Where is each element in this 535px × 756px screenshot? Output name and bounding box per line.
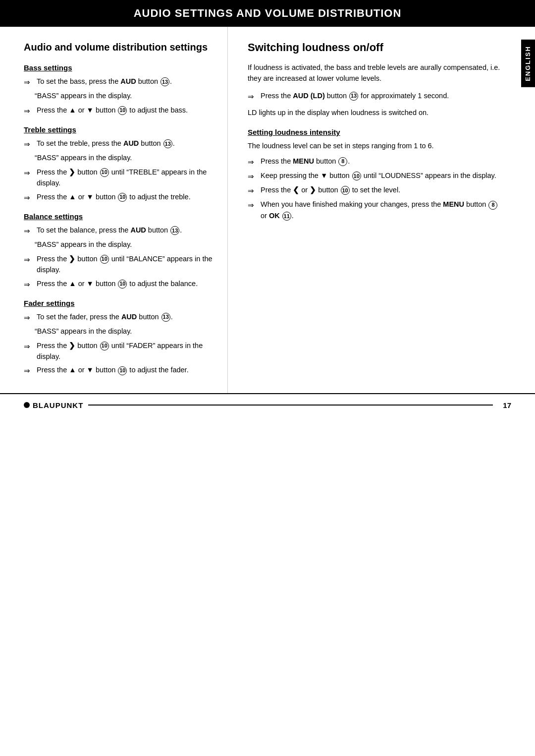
balance-bullet-1: ⇒ To set the balance, press the AUD butt… bbox=[24, 225, 213, 236]
bullet-arrow: ⇒ bbox=[248, 171, 259, 182]
treble-bullet-2: ⇒ Press the ❯ button 10 until “TREBLE” a… bbox=[24, 167, 213, 189]
bass-bullet-2-text: Press the ▲ or ▼ button 10 to adjust the… bbox=[37, 105, 213, 116]
bullet-arrow: ⇒ bbox=[248, 185, 259, 196]
bullet-arrow: ⇒ bbox=[24, 341, 35, 352]
brand-name: BLAUPUNKT bbox=[33, 401, 83, 409]
logo-dot bbox=[24, 402, 30, 408]
balance-settings-title: Balance settings bbox=[24, 212, 213, 221]
page-number: 17 bbox=[503, 401, 511, 409]
treble-bullet-2-text: Press the ❯ button 10 until “TREBLE” app… bbox=[37, 167, 213, 189]
bullet-arrow: ⇒ bbox=[248, 91, 259, 102]
fader-bullet-1: ⇒ To set the fader, press the AUD button… bbox=[24, 311, 213, 323]
bullet-arrow: ⇒ bbox=[24, 254, 35, 265]
intensity-bullet-3: ⇒ Press the ❮ or ❯ button 10 to set the … bbox=[248, 184, 506, 196]
bullet-arrow: ⇒ bbox=[24, 105, 35, 116]
treble-display-note-1: “BASS” appears in the display. bbox=[24, 152, 213, 163]
fader-bullet-2-text: Press the ❯ button 10 until “FADER” appe… bbox=[37, 340, 213, 362]
treble-bullet-1-text: To set the treble, press the AUD button … bbox=[37, 138, 213, 149]
intensity-bullet-4-text: When you have finished making your chang… bbox=[261, 199, 506, 221]
blaupunkt-logo: BLAUPUNKT bbox=[24, 401, 83, 409]
bass-bullet-1-text: To set the bass, press the AUD button 13… bbox=[37, 76, 213, 87]
intensity-intro: The loudness level can be set in steps r… bbox=[248, 140, 506, 151]
loudness-intro: If loudness is activated, the bass and t… bbox=[248, 62, 506, 84]
intensity-bullet-2-text: Keep pressing the ▼ button 10 until “LOU… bbox=[261, 170, 506, 181]
ld-note: LD lights up in the display when loudnes… bbox=[248, 107, 506, 118]
balance-bullet-2: ⇒ Press the ❯ button 10 until “BALANCE” … bbox=[24, 253, 213, 276]
bullet-arrow: ⇒ bbox=[248, 199, 259, 211]
treble-bullet-3-text: Press the ▲ or ▼ button 10 to adjust the… bbox=[37, 191, 213, 202]
footer-divider bbox=[88, 405, 493, 406]
page-footer: BLAUPUNKT 17 bbox=[0, 393, 535, 416]
balance-display-note: “BASS” appears in the display. bbox=[24, 239, 213, 250]
treble-bullet-1: ⇒ To set the treble, press the AUD butto… bbox=[24, 138, 213, 150]
bullet-arrow: ⇒ bbox=[24, 76, 35, 88]
page-header: AUDIO SETTINGS AND VOLUME DISTRIBUTION bbox=[0, 0, 535, 27]
bullet-arrow: ⇒ bbox=[248, 156, 259, 168]
left-main-title: Audio and volume distribution settings bbox=[24, 41, 213, 54]
treble-bullet-3: ⇒ Press the ▲ or ▼ button 10 to adjust t… bbox=[24, 191, 213, 203]
intensity-bullet-1-text: Press the MENU button 8. bbox=[261, 156, 506, 167]
balance-bullet-1-text: To set the balance, press the AUD button… bbox=[37, 225, 213, 235]
balance-bullet-3: ⇒ Press the ▲ or ▼ button 10 to adjust t… bbox=[24, 278, 213, 290]
balance-bullet-2-text: Press the ❯ button 10 until “BALANCE” ap… bbox=[37, 253, 213, 276]
fader-bullet-3: ⇒ Press the ▲ or ▼ button 10 to adjust t… bbox=[24, 364, 213, 376]
bass-display-note: “BASS” appears in the display. bbox=[24, 90, 213, 101]
intensity-bullet-2: ⇒ Keep pressing the ▼ button 10 until “L… bbox=[248, 170, 506, 182]
bullet-arrow: ⇒ bbox=[24, 167, 35, 178]
left-column: Audio and volume distribution settings B… bbox=[0, 27, 228, 393]
bullet-arrow: ⇒ bbox=[24, 365, 35, 376]
bullet-arrow: ⇒ bbox=[24, 225, 35, 236]
intensity-bullet-4: ⇒ When you have finished making your cha… bbox=[248, 199, 506, 221]
fader-display-note: “BASS” appears in the display. bbox=[24, 326, 213, 337]
fader-bullet-3-text: Press the ▲ or ▼ button 10 to adjust the… bbox=[37, 364, 213, 375]
content-area: Audio and volume distribution settings B… bbox=[0, 27, 521, 393]
right-column: Switching loudness on/off If loudness is… bbox=[228, 27, 521, 393]
bass-settings-title: Bass settings bbox=[24, 63, 213, 72]
language-tab: ENGLISH bbox=[521, 40, 535, 87]
fader-bullet-2: ⇒ Press the ❯ button 10 until “FADER” ap… bbox=[24, 340, 213, 362]
treble-settings-title: Treble settings bbox=[24, 125, 213, 134]
intensity-bullet-1: ⇒ Press the MENU button 8. bbox=[248, 156, 506, 168]
loudness-bullet-1: ⇒ Press the AUD (LD) button 13 for appro… bbox=[248, 90, 506, 102]
intensity-title: Setting loudness intensity bbox=[248, 128, 506, 136]
fader-bullet-1-text: To set the fader, press the AUD button 1… bbox=[37, 311, 213, 322]
bullet-arrow: ⇒ bbox=[24, 312, 35, 323]
loudness-bullet-1-text: Press the AUD (LD) button 13 for approxi… bbox=[261, 90, 506, 101]
fader-settings-title: Fader settings bbox=[24, 299, 213, 307]
intensity-bullet-3-text: Press the ❮ or ❯ button 10 to set the le… bbox=[261, 184, 506, 195]
bullet-arrow: ⇒ bbox=[24, 138, 35, 150]
bullet-arrow: ⇒ bbox=[24, 279, 35, 290]
bullet-arrow: ⇒ bbox=[24, 192, 35, 203]
bass-bullet-2: ⇒ Press the ▲ or ▼ button 10 to adjust t… bbox=[24, 105, 213, 116]
bass-bullet-1: ⇒ To set the bass, press the AUD button … bbox=[24, 76, 213, 88]
loudness-main-title: Switching loudness on/off bbox=[248, 41, 506, 55]
balance-bullet-3-text: Press the ▲ or ▼ button 10 to adjust the… bbox=[37, 278, 213, 289]
